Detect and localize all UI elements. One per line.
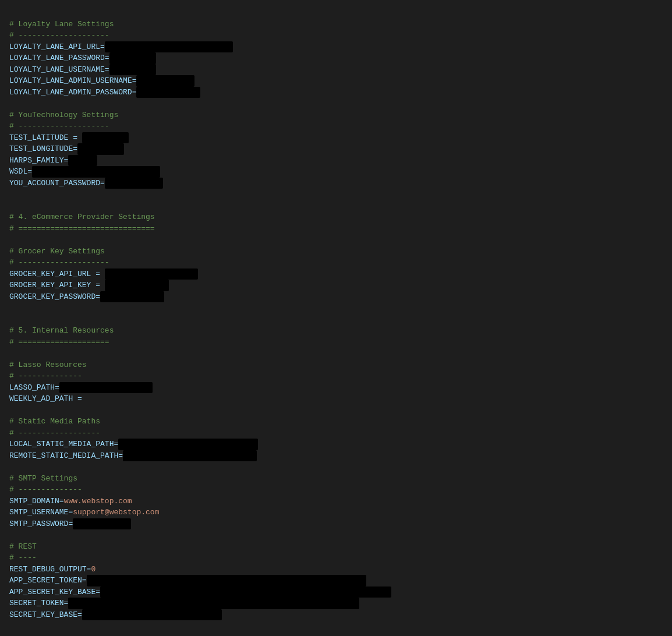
comment-text: # Static Media Paths — [9, 417, 100, 426]
redacted-value — [105, 268, 198, 280]
config-key: WEEKLY_AD_PATH = — [9, 394, 87, 403]
code-line: TEST_LONGITUDE= — [9, 143, 663, 155]
code-line — [9, 529, 663, 541]
config-key: APP_SECRET_KEY_BASE= — [9, 588, 100, 596]
redacted-value — [136, 87, 200, 98]
comment-text: # Loyalty Lane Settings — [9, 20, 114, 29]
config-key: LOCAL_STATIC_MEDIA_PATH= — [9, 440, 118, 448]
code-line: # 4. eCommerce Provider Settings — [9, 211, 663, 223]
code-line — [9, 200, 663, 212]
config-key: LASSO_PATH= — [9, 383, 59, 392]
redacted-value — [109, 52, 156, 64]
redacted-value — [118, 439, 258, 450]
redacted-value — [68, 598, 359, 609]
comment-text: # ---- — [9, 553, 37, 562]
redacted-value — [32, 166, 160, 178]
comment-text: # Lasso Resources — [9, 361, 87, 369]
config-key: GROCER_KEY_PASSWORD= — [9, 292, 100, 301]
comment-text: # -------------- — [9, 485, 82, 494]
code-line: # ------------------ — [9, 427, 663, 439]
config-value: 0 — [91, 565, 96, 574]
code-line — [9, 234, 663, 246]
code-line: GROCER_KEY_API_KEY = — [9, 280, 663, 291]
comment-text: # 5. Internal Resources — [9, 326, 114, 335]
comment-text: # REST — [9, 542, 37, 551]
code-line: SECRET_TOKEN= — [9, 598, 663, 609]
code-line: # ==================== — [9, 337, 663, 348]
code-line — [9, 98, 663, 109]
code-line: APP_SECRET_TOKEN= — [9, 575, 663, 586]
config-key: LOYALTY_LANE_API_URL= — [9, 43, 105, 51]
code-line — [9, 461, 663, 473]
config-key: HARPS_FAMILY= — [9, 156, 68, 165]
redacted-value — [77, 143, 124, 155]
code-line: # SMTP Settings — [9, 473, 663, 485]
config-value: www.webstop.com — [64, 497, 132, 506]
code-line — [9, 620, 663, 632]
code-line: TEST_LATITUDE = — [9, 132, 663, 144]
redacted-value — [73, 518, 131, 530]
code-line — [9, 632, 663, 637]
comment-text: # Grocer Key Settings — [9, 247, 105, 256]
code-line: LOYALTY_LANE_USERNAME= — [9, 64, 663, 76]
redacted-value — [136, 75, 194, 87]
code-line: GROCER_KEY_API_URL = — [9, 268, 663, 280]
code-line: # Static Media Paths — [9, 416, 663, 427]
code-line: # REST — [9, 541, 663, 553]
code-line: # Loyalty Lane Settings — [9, 19, 663, 30]
code-line: REMOTE_STATIC_MEDIA_PATH= — [9, 450, 663, 462]
code-line: WSDL= — [9, 166, 663, 178]
config-key: REST_DEBUG_OUTPUT= — [9, 565, 91, 574]
comment-text: # ==================== — [9, 338, 109, 347]
code-line: # Grocer Key Settings — [9, 246, 663, 257]
code-line: # -------------- — [9, 484, 663, 496]
comment-text: # ============================== — [9, 224, 155, 233]
config-key: SMTP_USERNAME= — [9, 508, 73, 517]
comment-text: # -------------------- — [9, 31, 109, 40]
redacted-value — [100, 291, 164, 303]
config-key: TEST_LATITUDE = — [9, 133, 82, 142]
comment-text: # -------------------- — [9, 122, 109, 130]
config-key: SECRET_KEY_BASE= — [9, 610, 82, 619]
code-line: SMTP_USERNAME=support@webstop.com — [9, 507, 663, 518]
code-line: # Lasso Resources — [9, 359, 663, 371]
redacted-value — [105, 280, 169, 291]
config-key: LOYALTY_LANE_ADMIN_USERNAME= — [9, 76, 136, 85]
config-key: REMOTE_STATIC_MEDIA_PATH= — [9, 451, 123, 460]
code-line: # ---- — [9, 552, 663, 564]
redacted-value — [82, 609, 222, 621]
comment-text: # SMTP Settings — [9, 474, 77, 483]
code-line — [9, 314, 663, 326]
config-key: SECRET_TOKEN= — [9, 599, 68, 607]
code-line: LOYALTY_LANE_API_URL= — [9, 41, 663, 53]
code-line: YOU_ACCOUNT_PASSWORD= — [9, 178, 663, 189]
config-key: SMTP_PASSWORD= — [9, 520, 73, 528]
config-key: YOU_ACCOUNT_PASSWORD= — [9, 179, 105, 188]
code-line: # ============================== — [9, 223, 663, 235]
code-line — [9, 348, 663, 359]
code-line: # -------------------- — [9, 30, 663, 41]
code-line: LOYALTY_LANE_ADMIN_PASSWORD= — [9, 87, 663, 98]
comment-text: # -------------- — [9, 372, 82, 380]
code-line: WEEKLY_AD_PATH = — [9, 393, 663, 405]
code-line: # -------------------- — [9, 121, 663, 132]
code-line: APP_SECRET_KEY_BASE= — [9, 586, 663, 598]
comment-text: # YouTechnology Settings — [9, 111, 118, 119]
redacted-value — [59, 382, 153, 394]
redacted-value — [87, 575, 366, 586]
redacted-value — [100, 586, 391, 598]
config-key: SMTP_DOMAIN= — [9, 497, 64, 506]
config-key: LOYALTY_LANE_USERNAME= — [9, 65, 109, 74]
code-line: REST_DEBUG_OUTPUT=0 — [9, 564, 663, 575]
code-line: # -------------- — [9, 370, 663, 382]
comment-text: # -------------------- — [9, 258, 109, 267]
code-line: # -------------------- — [9, 257, 663, 268]
config-key: LOYALTY_LANE_ADMIN_PASSWORD= — [9, 88, 136, 97]
code-line: LOYALTY_LANE_PASSWORD= — [9, 52, 663, 64]
code-line: LASSO_PATH= — [9, 382, 663, 394]
code-line: LOYALTY_LANE_ADMIN_USERNAME= — [9, 75, 663, 87]
code-line: GROCER_KEY_PASSWORD= — [9, 291, 663, 303]
comment-text: # ------------------ — [9, 429, 100, 437]
config-key: WSDL= — [9, 167, 32, 176]
code-line: HARPS_FAMILY= — [9, 155, 663, 167]
